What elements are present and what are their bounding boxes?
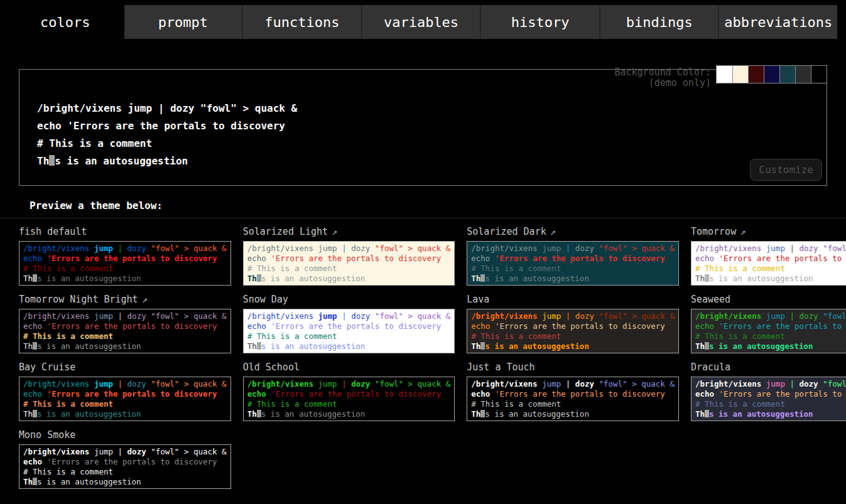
code-segment: Th — [23, 341, 33, 351]
external-link-icon[interactable]: ↗ — [332, 226, 337, 237]
theme-title[interactable]: Mono Smoke — [19, 429, 231, 442]
code-segment: Th — [471, 409, 480, 419]
tab-history[interactable]: history — [480, 5, 599, 39]
tab-abbreviations[interactable]: abbreviations — [718, 5, 837, 39]
terminal-line: Ths is an autosuggestion — [695, 341, 846, 351]
code-segment: "fowl" > quack & — [151, 244, 226, 253]
terminal-preview-box: Background Color: (demo only) /bright/vi… — [19, 69, 827, 186]
theme-card-lava[interactable]: /bright/vixens jump | dozy "fowl" > quac… — [467, 309, 679, 353]
tab-bindings[interactable]: bindings — [599, 5, 719, 39]
theme-card-tomorrow[interactable]: /bright/vixens jump | dozy "fowl" > quac… — [691, 241, 846, 286]
bg-swatch-white[interactable] — [717, 66, 732, 83]
code-segment: echo — [471, 321, 495, 331]
cursor-block — [49, 155, 55, 166]
theme-lava: Lava/bright/vixens jump | dozy "fowl" > … — [467, 294, 679, 353]
theme-title[interactable]: Tomorrow Night Bright↗ — [19, 294, 231, 307]
bg-swatch-dark-teal[interactable] — [779, 66, 795, 83]
cursor-block — [705, 410, 709, 417]
theme-card-snow-day[interactable]: /bright/vixens jump | dozy "fowl" > quac… — [243, 309, 455, 353]
theme-title[interactable]: fish default — [19, 226, 231, 239]
terminal-line: /bright/vixens jump | dozy "fowl" > quac… — [23, 447, 227, 457]
theme-title[interactable]: Lava — [467, 294, 679, 307]
theme-dracula: Dracula/bright/vixens jump | dozy "fowl"… — [691, 362, 846, 421]
code-segment: 'Errors are the portals to discovery — [719, 254, 846, 263]
external-link-icon[interactable]: ↗ — [550, 226, 556, 237]
code-segment: jump — [94, 447, 113, 456]
background-color-label: Background Color: (demo only) — [614, 67, 711, 88]
code-segment: 'Errors are the portals to discovery — [47, 389, 217, 399]
code-segment: dozy — [800, 379, 823, 389]
code-segment: dozy — [800, 244, 823, 253]
code-segment: "fowl" > quack & — [599, 379, 675, 389]
terminal-line: # This is a comment — [471, 399, 675, 409]
tab-functions[interactable]: functions — [242, 5, 361, 39]
terminal-line: echo 'Errors are the portals to discover… — [471, 254, 675, 264]
background-color-label-line1: Background Color: — [614, 67, 711, 78]
theme-title[interactable]: Solarized Dark↗ — [467, 226, 679, 239]
bg-swatch-navy[interactable] — [764, 66, 779, 83]
theme-card-old-school[interactable]: /bright/vixens jump | dozy "fowl" > quac… — [243, 377, 455, 421]
code-segment: s is an autosuggestion — [37, 477, 141, 486]
code-segment: 'Errors are the portals to discovery — [271, 254, 441, 263]
terminal-line: /bright/vixens jump | dozy "fowl" > quac… — [247, 311, 451, 321]
theme-card-bay-cruise[interactable]: /bright/vixens jump | dozy "fowl" > quac… — [19, 377, 231, 421]
bg-swatch-cream[interactable] — [732, 66, 748, 83]
theme-solarized-light: Solarized Light↗/bright/vixens jump | do… — [243, 226, 455, 286]
code-segment: jump — [766, 244, 785, 253]
code-segment: "fowl" > quack & — [151, 311, 226, 321]
theme-card-tomorrow-night-bright[interactable]: /bright/vixens jump | dozy "fowl" > quac… — [19, 309, 231, 353]
terminal-line: # This is a comment — [695, 264, 846, 274]
theme-card-just-a-touch[interactable]: /bright/vixens jump | dozy "fowl" > quac… — [467, 377, 679, 421]
cursor-block — [33, 342, 37, 350]
tab-colors[interactable]: colors — [6, 5, 124, 39]
terminal-line: /bright/vixens jump | dozy "fowl" > quac… — [23, 244, 227, 254]
theme-card-solarized-light[interactable]: /bright/vixens jump | dozy "fowl" > quac… — [243, 241, 455, 286]
code-segment: Th — [23, 409, 33, 419]
terminal-line: Ths is an autosuggestion — [695, 274, 846, 284]
theme-title[interactable]: Old School — [243, 362, 455, 375]
code-segment: echo — [23, 254, 47, 263]
theme-card-mono-smoke[interactable]: /bright/vixens jump | dozy "fowl" > quac… — [19, 444, 231, 489]
terminal-line: echo 'Errors are the portals to discover… — [247, 321, 451, 331]
code-segment: "fowl" > quack & — [823, 311, 846, 321]
code-segment: "fowl" > quack & — [599, 311, 675, 321]
theme-title[interactable]: Solarized Light↗ — [243, 226, 455, 239]
theme-card-fish-default[interactable]: /bright/vixens jump | dozy "fowl" > quac… — [19, 241, 231, 286]
theme-title[interactable]: Dracula — [691, 362, 846, 375]
customize-button[interactable]: Customize — [750, 159, 822, 181]
terminal-line: Ths is an autosuggestion — [247, 341, 451, 351]
terminal-line: Ths is an autosuggestion — [471, 341, 675, 351]
code-segment: echo — [23, 457, 47, 466]
external-link-icon[interactable]: ↗ — [142, 294, 148, 305]
bg-swatch-black[interactable] — [811, 66, 827, 83]
code-segment: s is an autosuggestion — [37, 274, 141, 283]
external-link-icon[interactable]: ↗ — [740, 226, 746, 237]
code-segment: | — [785, 379, 800, 389]
tab-variables[interactable]: variables — [361, 5, 480, 39]
theme-card-solarized-dark[interactable]: /bright/vixens jump | dozy "fowl" > quac… — [467, 241, 679, 286]
theme-title[interactable]: Snow Day — [243, 294, 455, 307]
code-segment: # This is a comment — [471, 331, 561, 341]
theme-title[interactable]: Seaweed — [691, 294, 846, 307]
theme-title[interactable]: Tomorrow↗ — [691, 226, 846, 239]
code-segment: echo — [247, 254, 271, 263]
bg-swatch-dark-maroon[interactable] — [748, 66, 764, 83]
code-segment: dozy — [800, 311, 823, 321]
code-segment: Th — [471, 274, 480, 283]
terminal-line: Ths is an autosuggestion — [23, 409, 227, 419]
bg-swatch-dark-gray[interactable] — [795, 66, 811, 83]
theme-card-dracula[interactable]: /bright/vixens jump | dozy "fowl" > quac… — [691, 377, 846, 421]
terminal-line: /bright/vixens jump | dozy "fowl" > quac… — [695, 379, 846, 389]
cursor-block — [33, 410, 37, 417]
tab-prompt[interactable]: prompt — [124, 5, 242, 39]
theme-title[interactable]: Just a Touch — [467, 362, 679, 375]
terminal-line: Ths is an autosuggestion — [471, 409, 675, 419]
theme-card-seaweed[interactable]: /bright/vixens jump | dozy "fowl" > quac… — [691, 309, 846, 353]
code-segment: /bright/vixens — [23, 447, 94, 456]
code-segment: echo — [23, 389, 47, 399]
theme-title[interactable]: Bay Cruise — [19, 362, 231, 375]
code-segment: s is an autosuggestion — [37, 341, 141, 351]
code-segment: # This is a comment — [23, 467, 113, 476]
terminal-line: # This is a comment — [247, 399, 451, 409]
code-segment: jump — [542, 379, 561, 389]
